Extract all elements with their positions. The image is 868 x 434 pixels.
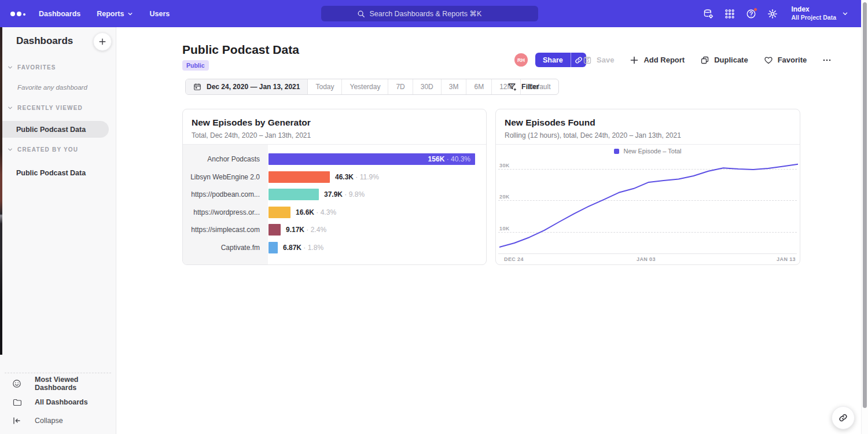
filter-funnel-icon xyxy=(507,82,517,91)
smiley-icon xyxy=(12,379,21,388)
bar[interactable] xyxy=(269,171,330,183)
page-title: Public Podcast Data xyxy=(182,43,299,57)
date-preset-6m[interactable]: 6M xyxy=(466,79,492,94)
x-tick: DEC 24 xyxy=(504,256,524,262)
bar-percent-label: · 1.8% xyxy=(301,244,323,252)
chevron-down-icon xyxy=(127,11,133,17)
bar[interactable]: 156K · 40.3% xyxy=(269,153,475,165)
public-badge: Public xyxy=(182,60,209,71)
footer-item-label: Collapse xyxy=(35,417,63,425)
bar-category-label: https://wordpress.or... xyxy=(183,208,268,216)
share-button[interactable]: Share xyxy=(535,53,571,67)
save-button[interactable]: Save xyxy=(583,56,614,65)
bar-track: 9.17K · 2.4% xyxy=(268,224,481,236)
app-window: DashboardsReportsUsers Index All P xyxy=(0,0,868,434)
sidebar-title: Dashboards xyxy=(16,35,73,47)
footer-item-label: All Dashboards xyxy=(35,398,88,406)
nav-item-dashboards[interactable]: Dashboards xyxy=(39,10,80,18)
date-preset-7d[interactable]: 7D xyxy=(388,79,413,94)
search-input[interactable] xyxy=(370,10,503,18)
plus-icon xyxy=(630,56,639,65)
project-name: Index xyxy=(791,5,836,14)
calendar-icon xyxy=(193,83,201,91)
bar-percent-label: · 40.3% xyxy=(444,155,470,163)
bar-row: https://simplecast.com9.17K · 2.4% xyxy=(183,221,481,239)
bar-category-label: Anchor Podcasts xyxy=(183,155,268,163)
all-dashboards-button[interactable]: All Dashboards xyxy=(0,393,116,411)
bar-value-label: 16.6K · 4.3% xyxy=(296,208,336,216)
sidebar: Dashboards FAVORITES Favorite any dashbo… xyxy=(0,27,116,434)
bar[interactable] xyxy=(269,189,319,200)
x-axis-line xyxy=(498,253,797,254)
bar-chart: Anchor Podcasts156K · 40.3%Libsyn WebEng… xyxy=(183,150,481,256)
most-viewed-dashboards-button[interactable]: Most Viewed Dashboards xyxy=(0,374,116,393)
bar[interactable] xyxy=(269,242,278,253)
card-title: New Episodes Found xyxy=(505,117,595,128)
bar-value-label: 37.9K · 9.8% xyxy=(324,190,365,198)
top-navbar: DashboardsReportsUsers Index All P xyxy=(0,0,868,27)
settings-gear-icon[interactable] xyxy=(767,9,778,19)
bar-row: https://wordpress.or...16.6K · 4.3% xyxy=(183,204,481,222)
project-selector[interactable]: Index All Project Data xyxy=(791,5,848,21)
save-label: Save xyxy=(597,56,614,64)
date-range-value: Dec 24, 2020 — Jan 13, 2021 xyxy=(207,83,300,91)
sidebar-section-favorites[interactable]: FAVORITES xyxy=(0,64,116,71)
help-icon[interactable] xyxy=(746,9,756,19)
bar-percent-label: · 9.8% xyxy=(343,190,365,198)
sidebar-item-public-podcast-data-created[interactable]: Public Podcast Data xyxy=(0,164,109,181)
bar-row: Libsyn WebEngine 2.046.3K · 11.9% xyxy=(183,168,481,186)
scrollbar-thumb[interactable] xyxy=(863,2,867,408)
bar-category-label: https://simplecast.com xyxy=(183,226,268,234)
floating-share-link-button[interactable] xyxy=(832,406,855,429)
favorite-button[interactable]: Favorite xyxy=(764,56,807,65)
bar-category-label: Libsyn WebEngine 2.0 xyxy=(183,173,268,181)
share-button-group: Share xyxy=(535,53,586,67)
favorites-empty-state: Favorite any dashboard xyxy=(17,84,87,91)
chevron-down-icon xyxy=(842,10,848,17)
avatar[interactable]: RH xyxy=(514,53,528,67)
nav-item-users[interactable]: Users xyxy=(149,10,170,18)
sidebar-section-created-by-you[interactable]: CREATED BY YOU xyxy=(0,146,116,153)
section-label: FAVORITES xyxy=(17,64,56,71)
primary-nav: DashboardsReportsUsers xyxy=(39,0,170,27)
collapse-icon xyxy=(12,416,21,425)
x-tick: JAN 13 xyxy=(777,256,796,262)
nav-item-reports[interactable]: Reports xyxy=(97,10,133,18)
chart-legend: New Episode – Total xyxy=(496,148,800,155)
collapse-sidebar-button[interactable]: Collapse xyxy=(0,411,116,430)
bar-percent-label: · 2.4% xyxy=(304,226,326,234)
header-actions: Save Add Report Duplicate Favorite xyxy=(583,53,832,67)
more-dots-icon xyxy=(822,56,832,65)
bar[interactable] xyxy=(269,224,281,236)
legend-swatch xyxy=(614,149,619,154)
global-search[interactable] xyxy=(321,6,538,21)
bar-percent-label: · 11.9% xyxy=(354,173,379,181)
card-subtitle: Rolling (12 hours), total, Dec 24th, 202… xyxy=(505,131,681,139)
filter-button[interactable]: Filter xyxy=(507,82,539,91)
mixpanel-logo-icon[interactable] xyxy=(10,0,25,27)
bar[interactable] xyxy=(269,207,290,218)
line-chart[interactable] xyxy=(499,157,798,253)
date-range-toolbar: Dec 24, 2020 — Jan 13, 2021 TodayYesterd… xyxy=(185,79,559,95)
data-icon[interactable] xyxy=(703,9,713,19)
bar-track: 46.3K · 11.9% xyxy=(268,171,481,183)
duplicate-button[interactable]: Duplicate xyxy=(700,56,748,65)
line-series-new-episode-total xyxy=(499,164,798,247)
date-preset-30d[interactable]: 30D xyxy=(413,79,442,94)
apps-grid-icon[interactable] xyxy=(724,9,735,19)
date-preset-today[interactable]: Today xyxy=(308,79,342,94)
more-options-button[interactable] xyxy=(822,56,832,65)
nav-item-label: Dashboards xyxy=(39,10,80,18)
bar-value-label: 46.3K · 11.9% xyxy=(335,173,379,181)
sidebar-item-public-podcast-data[interactable]: Public Podcast Data xyxy=(0,121,109,138)
bar-track: 37.9K · 9.8% xyxy=(268,189,481,200)
bar-value-label: 156K · 40.3% xyxy=(428,155,470,163)
date-range-picker[interactable]: Dec 24, 2020 — Jan 13, 2021 xyxy=(186,79,308,94)
add-dashboard-button[interactable] xyxy=(93,32,112,51)
date-preset-yesterday[interactable]: Yesterday xyxy=(342,79,388,94)
add-report-button[interactable]: Add Report xyxy=(630,56,685,65)
date-preset-3m[interactable]: 3M xyxy=(442,79,467,94)
bar-percent-label: · 4.3% xyxy=(314,208,336,216)
card-title: New Episodes by Generator xyxy=(192,117,311,128)
sidebar-section-recently-viewed[interactable]: RECENTLY VIEWED xyxy=(0,105,116,111)
